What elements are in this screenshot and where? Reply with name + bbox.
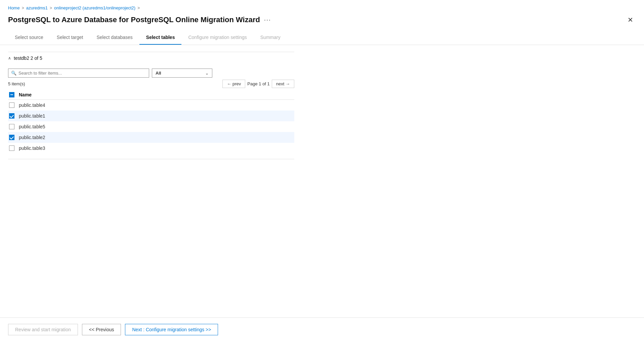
dropdown-arrow-icon: ⌄: [205, 71, 209, 76]
table1-checkbox-cell[interactable]: [8, 113, 15, 119]
table2-checkbox-cell[interactable]: [8, 135, 15, 140]
tab-configure-migration-settings: Configure migration settings: [181, 31, 253, 45]
table-row: public.table4: [8, 100, 294, 111]
table-toolbar: 🔍 All ⌄: [8, 69, 294, 78]
breadcrumb-home[interactable]: Home: [8, 5, 20, 10]
table-row: public.table1: [8, 111, 294, 121]
breadcrumb-sep-3: >: [137, 6, 140, 10]
table4-checkbox[interactable]: [9, 102, 14, 108]
pagination-row: 5 item(s) ← prev Page 1 of 1 next →: [8, 80, 294, 88]
page-info: Page 1 of 1: [247, 81, 270, 86]
breadcrumb-azuredms1[interactable]: azuredms1: [26, 5, 48, 10]
section-divider: [8, 159, 294, 159]
tab-select-source[interactable]: Select source: [8, 31, 50, 45]
table-list: Name public.table4 public.table1 public.…: [8, 90, 294, 154]
filter-dropdown[interactable]: All ⌄: [152, 69, 212, 78]
table2-label: public.table2: [19, 135, 45, 140]
prev-button[interactable]: ← prev: [222, 80, 245, 88]
wizard-tabs: Select source Select target Select datab…: [0, 31, 644, 45]
table4-checkbox-cell[interactable]: [8, 102, 15, 108]
items-count: 5 item(s): [8, 81, 220, 86]
table2-checkbox[interactable]: [9, 135, 14, 140]
table3-checkbox-cell[interactable]: [8, 145, 15, 151]
table-row: public.table5: [8, 121, 294, 132]
chevron-icon[interactable]: ∧: [8, 56, 11, 60]
tab-select-tables[interactable]: Select tables: [139, 31, 182, 45]
table1-checkbox[interactable]: [9, 113, 14, 119]
tab-select-databases[interactable]: Select databases: [90, 31, 139, 45]
section-title: testdb2 2 of 5: [14, 55, 42, 61]
table3-checkbox[interactable]: [9, 145, 14, 151]
page-title-row: PostgreSQL to Azure Database for Postgre…: [0, 13, 644, 31]
close-icon[interactable]: ✕: [625, 14, 636, 25]
select-all-checkbox[interactable]: [9, 92, 14, 97]
breadcrumb-onlineproject2[interactable]: onlineproject2 (azuredms1/onlineproject2…: [54, 5, 135, 10]
table5-label: public.table5: [19, 124, 45, 129]
review-and-start-migration-button[interactable]: Review and start migration: [8, 324, 78, 335]
pagination-controls: ← prev Page 1 of 1 next →: [222, 80, 294, 88]
table1-label: public.table1: [19, 113, 45, 119]
table-row: public.table2: [8, 132, 294, 143]
next-configure-migration-settings-button[interactable]: Next : Configure migration settings >>: [125, 324, 218, 335]
breadcrumb-sep-2: >: [50, 6, 52, 10]
table3-label: public.table3: [19, 145, 45, 151]
main-content: ∧ testdb2 2 of 5 🔍 All ⌄ 5 item(s) ← pre…: [0, 45, 302, 171]
search-box: 🔍: [8, 69, 149, 78]
table5-checkbox-cell[interactable]: [8, 124, 15, 129]
table-header-row: Name: [8, 90, 294, 100]
tab-summary: Summary: [254, 31, 287, 45]
column-name-header: Name: [19, 92, 32, 97]
section-header: ∧ testdb2 2 of 5: [8, 52, 294, 65]
footer: Review and start migration << Previous N…: [0, 317, 644, 341]
next-button[interactable]: next →: [272, 80, 294, 88]
tab-select-target[interactable]: Select target: [50, 31, 90, 45]
previous-button[interactable]: << Previous: [82, 324, 121, 335]
search-input[interactable]: [18, 71, 146, 76]
table-row: public.table3: [8, 143, 294, 154]
page-title: PostgreSQL to Azure Database for Postgre…: [8, 15, 260, 24]
select-all-checkbox-cell[interactable]: [8, 92, 15, 97]
table5-checkbox[interactable]: [9, 124, 14, 129]
search-icon: 🔍: [11, 71, 16, 76]
breadcrumb-sep-1: >: [22, 6, 24, 10]
filter-dropdown-label: All: [156, 71, 161, 76]
table4-label: public.table4: [19, 102, 45, 108]
breadcrumb: Home > azuredms1 > onlineproject2 (azure…: [0, 0, 644, 13]
more-options-icon[interactable]: ···: [264, 16, 271, 24]
